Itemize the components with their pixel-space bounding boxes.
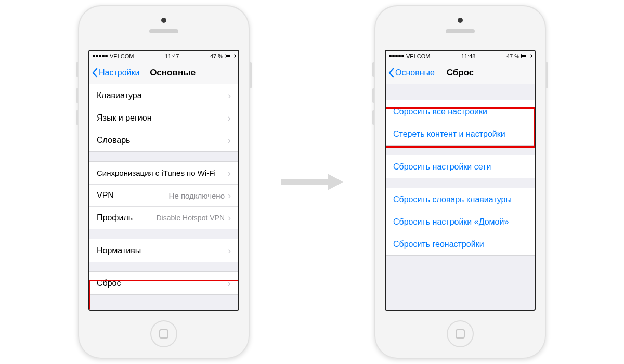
chevron-left-icon bbox=[388, 68, 394, 78]
chevron-right-icon: › bbox=[228, 113, 231, 123]
cell-erase-content-settings[interactable]: Стереть контент и настройки bbox=[386, 123, 535, 145]
group-reset-other: Сбросить словарь клавиатуры Сбросить нас… bbox=[386, 188, 535, 256]
status-bar: VELCOM 11:48 47 % bbox=[386, 51, 535, 61]
cell-label: Словарь bbox=[97, 136, 228, 145]
cell-reset-home-layout[interactable]: Сбросить настройки «Домой» bbox=[386, 211, 535, 233]
cell-label: Сброс bbox=[97, 279, 228, 288]
group-language: Клавиатура › Язык и регион › Словарь › bbox=[89, 84, 238, 152]
cell-label: Сбросить все настройки bbox=[393, 107, 527, 116]
clock-label: 11:47 bbox=[165, 53, 179, 59]
svg-marker-1 bbox=[328, 174, 343, 190]
content-left: Клавиатура › Язык и регион › Словарь › С… bbox=[89, 84, 238, 310]
chevron-right-icon: › bbox=[228, 191, 231, 200]
cell-label: VPN bbox=[97, 191, 169, 200]
cell-detail: Не подключено bbox=[169, 191, 225, 200]
arrow-icon bbox=[281, 172, 343, 192]
cell-label: Синхронизация с iTunes по Wi-Fi bbox=[97, 168, 228, 177]
cell-reset-location[interactable]: Сбросить геонастройки bbox=[386, 233, 535, 255]
cell-label: Язык и регион bbox=[97, 113, 228, 123]
home-button[interactable] bbox=[447, 320, 474, 347]
chevron-left-icon bbox=[92, 68, 98, 78]
group-reset: Сброс › bbox=[89, 271, 238, 295]
chevron-right-icon: › bbox=[228, 168, 231, 178]
carrier-label: VELCOM bbox=[110, 53, 134, 59]
group-network: Синхронизация с iTunes по Wi-Fi › VPN Не… bbox=[89, 161, 238, 229]
clock-label: 11:48 bbox=[461, 53, 476, 59]
battery-icon bbox=[521, 54, 531, 58]
back-button[interactable]: Основные bbox=[386, 68, 435, 78]
group-reset-all: Сбросить все настройки Стереть контент и… bbox=[386, 100, 535, 146]
group-reset-network: Сбросить настройки сети bbox=[386, 155, 535, 178]
speaker-slot bbox=[149, 29, 178, 33]
cell-reset-keyboard-dict[interactable]: Сбросить словарь клавиатуры bbox=[386, 188, 535, 211]
speaker-slot bbox=[446, 29, 475, 33]
cell-language-region[interactable]: Язык и регион › bbox=[89, 107, 238, 129]
nav-bar: Основные Сброс bbox=[386, 61, 535, 84]
chevron-right-icon: › bbox=[228, 91, 231, 100]
battery-percent: 47 % bbox=[506, 53, 519, 59]
cell-label: Сбросить словарь клавиатуры bbox=[393, 195, 527, 204]
cell-label: Сбросить настройки «Домой» bbox=[393, 217, 527, 227]
camera-dot bbox=[161, 18, 166, 23]
screen-left: VELCOM 11:47 47 % Настройки Основные bbox=[88, 50, 239, 311]
cell-regulatory[interactable]: Нормативы › bbox=[89, 239, 238, 262]
back-label: Настройки bbox=[99, 68, 139, 77]
cell-dictionary[interactable]: Словарь › bbox=[89, 129, 238, 151]
content-right: Сбросить все настройки Стереть контент и… bbox=[386, 84, 535, 310]
chevron-right-icon: › bbox=[228, 279, 231, 288]
cell-profile[interactable]: Профиль Disable Hotspot VPN › bbox=[89, 206, 238, 229]
cell-label: Сбросить настройки сети bbox=[393, 162, 527, 172]
nav-title: Основные bbox=[150, 68, 196, 78]
cell-reset-network[interactable]: Сбросить настройки сети bbox=[386, 155, 535, 178]
group-regulatory: Нормативы › bbox=[89, 239, 238, 262]
phone-right: VELCOM 11:48 47 % Основные Сброс Сбр bbox=[374, 5, 546, 359]
screen-right: VELCOM 11:48 47 % Основные Сброс Сбр bbox=[385, 50, 536, 311]
cell-label: Клавиатура bbox=[97, 91, 228, 100]
battery-percent: 47 % bbox=[210, 53, 223, 59]
chevron-right-icon: › bbox=[228, 213, 231, 223]
cell-vpn[interactable]: VPN Не подключено › bbox=[89, 184, 238, 206]
cell-keyboard[interactable]: Клавиатура › bbox=[89, 84, 238, 107]
nav-bar: Настройки Основные bbox=[89, 61, 238, 84]
cell-reset-all-settings[interactable]: Сбросить все настройки bbox=[386, 100, 535, 123]
chevron-right-icon: › bbox=[228, 136, 231, 145]
cell-label: Стереть контент и настройки bbox=[393, 129, 527, 139]
cell-label: Профиль bbox=[97, 213, 156, 223]
back-label: Основные bbox=[395, 68, 435, 77]
chevron-right-icon: › bbox=[228, 246, 231, 255]
back-button[interactable]: Настройки bbox=[89, 68, 139, 78]
cell-label: Нормативы bbox=[97, 246, 228, 255]
status-bar: VELCOM 11:47 47 % bbox=[89, 51, 238, 61]
carrier-label: VELCOM bbox=[406, 53, 430, 59]
battery-icon bbox=[225, 54, 235, 58]
cell-detail: Disable Hotspot VPN bbox=[156, 214, 225, 222]
phone-left: VELCOM 11:47 47 % Настройки Основные bbox=[78, 5, 250, 359]
cell-reset[interactable]: Сброс › bbox=[89, 272, 238, 294]
svg-rect-0 bbox=[281, 179, 328, 185]
home-button[interactable] bbox=[150, 320, 177, 347]
signal-dots-icon bbox=[93, 55, 108, 57]
signal-dots-icon bbox=[389, 55, 404, 57]
cell-itunes-wifi-sync[interactable]: Синхронизация с iTunes по Wi-Fi › bbox=[89, 162, 238, 184]
cell-label: Сбросить геонастройки bbox=[393, 240, 527, 249]
nav-title: Сброс bbox=[447, 68, 474, 78]
camera-dot bbox=[458, 18, 463, 23]
